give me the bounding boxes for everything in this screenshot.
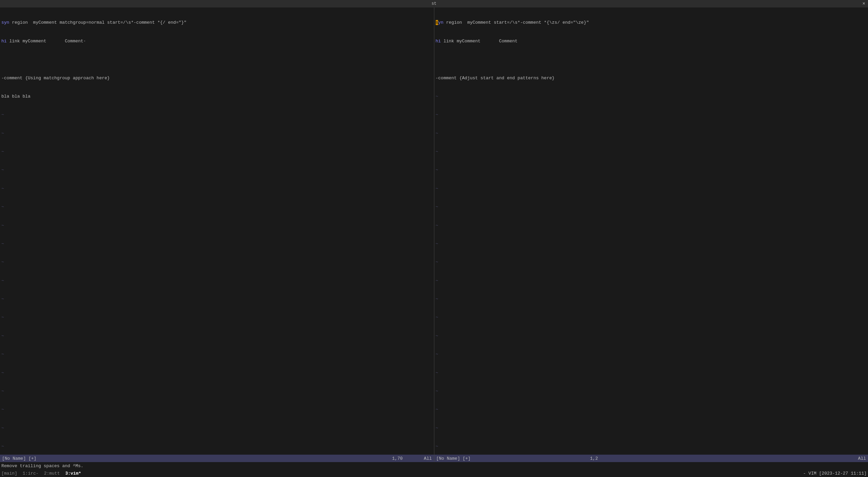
tab-bar[interactable]: [main] 1:irc- 2:mutt 3:vim* - VIM [2023-… — [0, 470, 868, 477]
right-editor-content[interactable]: syn region myComment start=/\s*-comment … — [434, 7, 868, 455]
left-status-filename: [No Name] [+] — [2, 456, 392, 461]
title-text: st — [432, 1, 436, 6]
left-line-1: syn region myComment matchgroup=normal s… — [1, 20, 433, 26]
right-tilde-16: ~ — [436, 370, 867, 376]
right-status-pos: 1,2 — [590, 456, 598, 461]
right-tilde-7: ~ — [436, 204, 867, 210]
right-tilde-6: ~ — [436, 186, 867, 192]
right-tilde-4: ~ — [436, 149, 867, 155]
right-pane: syn region myComment start=/\s*-comment … — [434, 7, 868, 462]
vim-info-area: - VIM [2023-12-27 11:11] — [803, 471, 867, 476]
right-line-2: hi link myComment Comment — [436, 38, 867, 44]
left-tilde-5: ~ — [1, 186, 433, 192]
right-tilde-8: ~ — [436, 223, 867, 229]
left-status-mode: All — [424, 456, 432, 461]
left-line-5: bla bla bla — [1, 94, 433, 100]
right-tilde-2: ~ — [436, 112, 867, 118]
right-tilde-11: ~ — [436, 278, 867, 284]
editor-area: syn region myComment matchgroup=normal s… — [0, 7, 868, 462]
tab-main[interactable]: [main] — [1, 471, 17, 476]
left-tilde-1: ~ — [1, 112, 433, 118]
tab-irc[interactable]: 1:irc- — [23, 471, 39, 476]
bottom-bars: Remove trailing spaces and ^Ms. [main] 1… — [0, 462, 868, 477]
left-tilde-17: ~ — [1, 407, 433, 413]
right-tilde-17: ~ — [436, 388, 867, 394]
left-tilde-16: ~ — [1, 388, 433, 394]
right-tilde-12: ~ — [436, 296, 867, 302]
right-tilde-18: ~ — [436, 407, 867, 413]
vim-info-text: - VIM [2023-12-27 11:11] — [803, 471, 867, 476]
left-status-bar: [No Name] [+] 1,70 All — [0, 455, 434, 462]
right-tilde-13: ~ — [436, 314, 867, 320]
left-editor-content[interactable]: syn region myComment matchgroup=normal s… — [0, 7, 434, 455]
tab-items: [main] 1:irc- 2:mutt 3:vim* — [1, 471, 84, 476]
right-tilde-20: ~ — [436, 443, 867, 450]
left-tilde-9: ~ — [1, 259, 433, 265]
left-tilde-14: ~ — [1, 351, 433, 357]
left-tilde-4: ~ — [1, 167, 433, 173]
right-status-mode: All — [858, 456, 866, 461]
left-tilde-13: ~ — [1, 333, 433, 339]
title-bar: st × — [0, 0, 868, 7]
left-tilde-7: ~ — [1, 223, 433, 229]
left-tilde-18: ~ — [1, 425, 433, 431]
right-tilde-19: ~ — [436, 425, 867, 431]
left-line-2: hi link myComment Comment· — [1, 38, 433, 44]
command-text: Remove trailing spaces and ^Ms. — [1, 463, 83, 469]
right-line-4: -comment {Adjust start and end patterns … — [436, 75, 867, 81]
right-tilde-9: ~ — [436, 241, 867, 247]
right-tilde-5: ~ — [436, 167, 867, 173]
left-pane: syn region myComment matchgroup=normal s… — [0, 7, 434, 462]
tab-mutt[interactable]: 2:mutt — [44, 471, 60, 476]
right-status-filename: [No Name] [+] — [436, 456, 471, 461]
right-tilde-1: ~ — [436, 94, 867, 100]
left-tilde-11: ~ — [1, 296, 433, 302]
left-tilde-15: ~ — [1, 370, 433, 376]
command-line: Remove trailing spaces and ^Ms. — [0, 462, 868, 470]
left-line-4: -comment {Using matchgroup approach here… — [1, 75, 433, 81]
right-tilde-15: ~ — [436, 351, 867, 357]
right-tilde-3: ~ — [436, 130, 867, 137]
left-tilde-2: ~ — [1, 130, 433, 137]
right-status-bar: [No Name] [+] 1,2 All — [434, 455, 868, 462]
tab-vim[interactable]: 3:vim* — [65, 471, 81, 476]
left-tilde-10: ~ — [1, 278, 433, 284]
right-tilde-10: ~ — [436, 259, 867, 265]
left-tilde-19: ~ — [1, 443, 433, 450]
left-tilde-3: ~ — [1, 149, 433, 155]
right-tilde-14: ~ — [436, 333, 867, 339]
left-tilde-12: ~ — [1, 314, 433, 320]
close-icon[interactable]: × — [863, 1, 865, 6]
left-tilde-6: ~ — [1, 204, 433, 210]
left-line-3 — [1, 57, 433, 63]
right-line-3 — [436, 57, 867, 63]
left-tilde-8: ~ — [1, 241, 433, 247]
left-status-pos: 1,70 — [392, 456, 402, 461]
right-line-1: syn region myComment start=/\s*-comment … — [436, 20, 867, 26]
